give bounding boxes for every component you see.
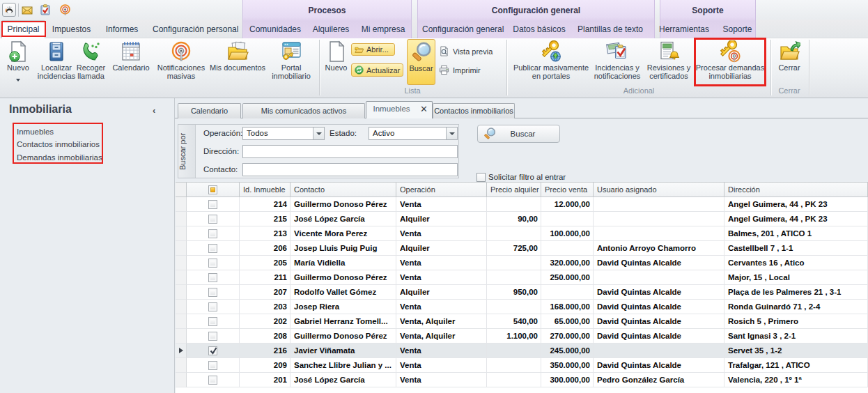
nuevo-lista-button[interactable]: Nuevo <box>320 39 352 91</box>
row-checkbox[interactable] <box>208 302 217 311</box>
column-header-operaci-n[interactable]: Operación <box>396 183 487 196</box>
row-checkbox[interactable] <box>187 241 240 256</box>
row-checkbox[interactable] <box>208 244 217 253</box>
table-row[interactable]: 209Sanchez Llibre Julian y ...Venta350.0… <box>176 358 868 373</box>
row-checkbox[interactable] <box>187 329 240 344</box>
table-row[interactable]: 216Javier ViñamataVenta245.000,00Servet … <box>176 344 868 358</box>
row-checkbox[interactable] <box>187 314 240 329</box>
revisiones-certificados-button[interactable]: Revisiones y certificados <box>644 39 693 91</box>
refresh-icon <box>355 66 364 75</box>
mail-icon[interactable] <box>22 5 33 16</box>
column-header-indicator[interactable] <box>176 183 187 196</box>
app-menu-button[interactable] <box>2 3 16 17</box>
nuevo-button[interactable]: Nuevo <box>1 39 35 91</box>
tab-mi-empresa[interactable]: Mi empresa <box>357 23 410 36</box>
row-checkbox[interactable] <box>208 332 217 341</box>
cell-alquiler: 725,00 <box>487 241 541 256</box>
cell-id: 201 <box>240 373 290 387</box>
imprimir-button[interactable]: Imprimir <box>439 65 481 75</box>
table-row[interactable]: 207Rodolfo Vallet GómezAlquiler950,00Dav… <box>176 285 868 300</box>
tab-informes[interactable]: Informes <box>102 23 142 36</box>
tab-impuestos[interactable]: Impuestos <box>48 23 95 36</box>
row-checkbox[interactable] <box>187 285 240 300</box>
portal-inmobiliario-button[interactable]: Portal inmobiliario <box>271 39 311 91</box>
direccion-input[interactable] <box>242 145 458 158</box>
row-checkbox[interactable] <box>208 229 217 238</box>
incidencias-notificaciones-button[interactable]: Incidencias y notificaciones <box>591 39 644 91</box>
doc-tab-calendario[interactable]: Calendario <box>178 103 241 118</box>
tab-soporte[interactable]: Soporte <box>719 23 756 36</box>
broadcast-icon[interactable] <box>59 4 71 16</box>
tab-plantillas-de-texto[interactable]: Plantillas de texto <box>577 23 644 36</box>
table-row[interactable]: 213Vicente Mora PerezVenta100.000,00Balm… <box>176 226 868 241</box>
row-checkbox[interactable] <box>208 317 217 326</box>
row-checkbox[interactable] <box>208 361 217 370</box>
table-row[interactable]: 208Guillermo Donoso PérezVenta, Alquiler… <box>176 329 868 344</box>
row-checkbox[interactable] <box>187 226 240 241</box>
cell-alquiler <box>487 226 541 241</box>
abrir-button[interactable]: Abrir... <box>351 43 395 56</box>
combo-arrow-icon[interactable] <box>446 128 457 139</box>
row-checkbox[interactable] <box>187 358 240 373</box>
estado-combo[interactable]: Activo <box>369 127 458 140</box>
tab-configuracion-general[interactable]: Configuración general <box>422 23 502 36</box>
row-indicator <box>176 226 187 241</box>
tab-alquileres[interactable]: Alquileres <box>307 23 355 36</box>
row-checkbox[interactable] <box>187 197 240 212</box>
collapse-chevron-icon[interactable]: ‹ <box>153 105 155 116</box>
table-row[interactable]: 205María VidiellaVenta320.000,00David Qu… <box>176 256 868 270</box>
contacto-input[interactable] <box>242 163 458 176</box>
tasks-clipboard-icon[interactable] <box>40 4 51 15</box>
cerrar-button[interactable]: Cerrar <box>772 39 807 91</box>
buscar-button[interactable]: Buscar <box>477 125 560 143</box>
buscar-toggle-button[interactable]: Buscar <box>407 39 435 85</box>
combo-arrow-icon[interactable] <box>313 128 324 139</box>
row-checkbox[interactable] <box>208 346 217 355</box>
table-row[interactable]: 215José López GarcíaAlquiler90,00Angel G… <box>176 212 868 226</box>
table-row[interactable]: 206Josep Lluis Puig PuigAlquiler725,00An… <box>176 241 868 256</box>
column-header-checkbox[interactable] <box>187 183 240 196</box>
notificaciones-masivas-button[interactable]: Notificaciones masivas <box>154 39 208 91</box>
publicar-masivamente-button[interactable]: Publicar masivamente en portales <box>511 39 591 91</box>
select-all-checkbox[interactable] <box>208 185 217 194</box>
doc-tab-mis-comunicados-activos[interactable]: Mis comunicados activos <box>242 103 365 118</box>
close-tab-icon[interactable]: ✕ <box>420 104 428 114</box>
tab-configuracion-personal[interactable]: Configuración personal <box>153 23 235 36</box>
table-row[interactable]: 211Guillermo Donoso PérezVenta250.000,00… <box>176 270 868 285</box>
localizar-incidencias-button[interactable]: Localizar incidencias <box>36 39 77 91</box>
row-checkbox[interactable] <box>187 212 240 226</box>
row-checkbox[interactable] <box>187 300 240 314</box>
row-checkbox[interactable] <box>208 376 217 385</box>
doc-tab-inmuebles[interactable]: Inmuebles ✕ <box>366 101 433 118</box>
column-header-direcci-n[interactable]: Dirección <box>724 183 868 196</box>
table-row[interactable]: 202Gabriel Herranz Tomell...Venta, Alqui… <box>176 314 868 329</box>
row-checkbox[interactable] <box>208 273 217 282</box>
mis-documentos-button[interactable]: Mis documentos <box>210 39 265 91</box>
tab-herramientas[interactable]: Herramientas <box>658 23 711 36</box>
recoger-llamada-button[interactable]: Recoger llamada <box>72 39 110 91</box>
row-checkbox[interactable] <box>187 344 240 358</box>
table-row[interactable]: 203Josep RieraVenta168.000,00David Quint… <box>176 300 868 314</box>
row-checkbox[interactable] <box>187 373 240 387</box>
column-header-id-inmueble[interactable]: Id. Inmueble <box>240 183 290 196</box>
tab-comunidades[interactable]: Comunidades <box>249 23 300 36</box>
column-header-precio-alquiler[interactable]: Precio alquiler <box>487 183 541 196</box>
row-checkbox[interactable] <box>187 256 240 270</box>
column-header-contacto[interactable]: Contacto <box>290 183 396 196</box>
table-row[interactable]: 214Guillermo Donoso PérezVenta12.000,00A… <box>176 197 868 212</box>
row-checkbox[interactable] <box>187 270 240 285</box>
actualizar-button[interactable]: Actualizar <box>351 63 403 77</box>
doc-tab-contactos-inmobiliarios[interactable]: Contactos inmobiliarios <box>433 103 515 118</box>
vista-previa-button[interactable]: Vista previa <box>439 46 493 56</box>
row-checkbox[interactable] <box>208 200 217 209</box>
row-checkbox[interactable] <box>208 288 217 297</box>
operacion-combo[interactable]: Todos <box>242 127 325 140</box>
table-row[interactable]: 201José López GarcíaVenta300.000,00Pedro… <box>176 373 868 387</box>
calendario-button[interactable]: Calendario <box>110 39 152 91</box>
solicitar-filtro-checkbox[interactable] <box>476 173 486 182</box>
tab-datos-basicos[interactable]: Datos básicos <box>513 23 566 36</box>
column-header-usuario-asignado[interactable]: Usuario asignado <box>594 183 724 196</box>
column-header-precio-venta[interactable]: Precio venta <box>541 183 594 196</box>
row-checkbox[interactable] <box>208 215 217 224</box>
row-checkbox[interactable] <box>208 259 217 268</box>
